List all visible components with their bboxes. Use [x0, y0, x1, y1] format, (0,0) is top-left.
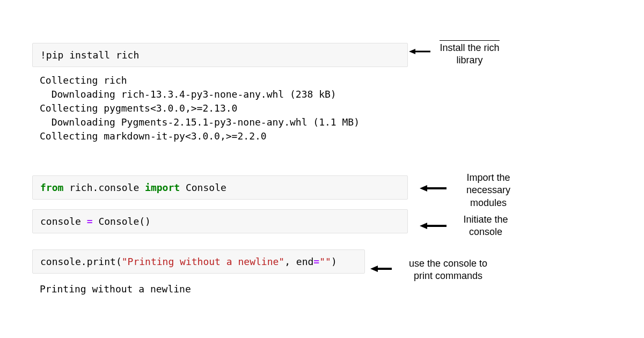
output-line: Downloading rich-13.3.4-py3-none-any.whl… — [40, 89, 336, 100]
annotation-install: Install the rich library — [429, 40, 510, 67]
code-cell-print[interactable]: console.print("Printing without a newlin… — [32, 249, 365, 274]
output-line: Printing without a newline — [40, 283, 191, 295]
keyword-import: import — [145, 182, 180, 193]
code-cmd: pip install rich — [46, 49, 139, 61]
code-cell-install[interactable]: !pip install rich — [32, 43, 408, 67]
code-text: rich.console — [63, 182, 145, 193]
arrow-icon — [420, 185, 447, 192]
code-text: console.print( — [40, 256, 122, 267]
svg-marker-3 — [420, 185, 427, 192]
string-literal: "Printing without a newline" — [122, 256, 284, 267]
output-line: Collecting pygments<3.0.0,>=2.13.0 — [40, 102, 237, 114]
output-line: Collecting markdown-it-py<3.0.0,>=2.2.0 — [40, 130, 267, 142]
code-text: , end — [284, 256, 313, 267]
keyword-from: from — [40, 182, 63, 193]
svg-marker-5 — [420, 223, 427, 229]
output-print: Printing without a newline — [32, 278, 408, 306]
output-install: Collecting rich Downloading rich-13.3.4-… — [32, 71, 408, 153]
code-bang: ! — [40, 49, 46, 61]
code-cell-import[interactable]: from rich.console import Console — [32, 175, 408, 200]
operator-eq: = — [87, 216, 93, 227]
arrow-icon — [370, 265, 392, 273]
output-line: Collecting rich — [40, 75, 127, 86]
code-cell-initiate[interactable]: console = Console() — [32, 209, 408, 233]
code-text: Console() — [93, 216, 151, 227]
operator-eq: = — [313, 256, 319, 267]
annotation-initiate: Initiate the console — [453, 214, 518, 239]
svg-marker-1 — [409, 49, 415, 54]
arrow-icon — [409, 48, 430, 55]
annotation-text: Install the rich library — [440, 40, 499, 67]
annotation-use-console: use the console to print commands — [397, 258, 499, 283]
code-text: ) — [331, 256, 337, 267]
code-text: console — [40, 216, 87, 227]
code-text: Console — [180, 182, 226, 193]
annotation-import: Import the necessary modules — [453, 172, 523, 209]
output-line: Downloading Pygments-2.15.1-py3-none-any… — [40, 116, 360, 128]
arrow-icon — [420, 222, 447, 230]
svg-marker-7 — [370, 266, 378, 272]
string-literal: "" — [319, 256, 331, 267]
